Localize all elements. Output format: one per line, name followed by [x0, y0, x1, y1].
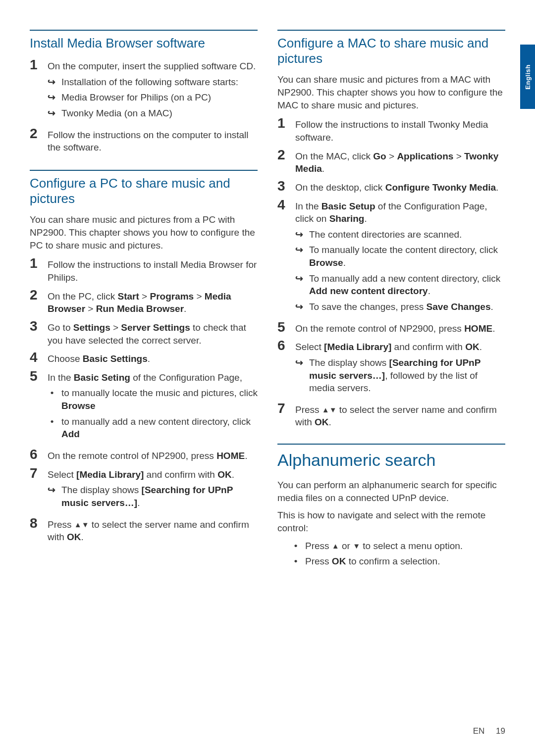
step: 1Follow the instructions to install Twon… — [277, 116, 505, 144]
bullet-list: •Press ▲ or ▼ to select a menu option. •… — [277, 540, 505, 568]
step-number: 3 — [30, 319, 41, 347]
step-body: Choose Basic Settings. — [48, 351, 258, 365]
step-body: Follow the instructions to install Media… — [48, 256, 258, 284]
step-body: In the Basic Seting of the Configuration… — [48, 369, 258, 444]
step-number: 7 — [30, 466, 41, 512]
step: 2On the PC, click Start > Programs > Med… — [30, 288, 258, 315]
down-icon: ▼ — [353, 542, 360, 550]
sub-text: to manually add a new content directory,… — [61, 415, 258, 441]
pc-steps: 1Follow the instructions to install Medi… — [30, 256, 258, 544]
step-number: 1 — [30, 58, 41, 123]
sub-text: The content directories are scanned. — [309, 228, 462, 241]
result-arrow-icon: ↪ — [295, 244, 304, 269]
bullet-icon: • — [48, 387, 56, 412]
result-arrow-icon: ↪ — [48, 484, 56, 509]
section-title-install: Install Media Browser software — [30, 36, 258, 51]
step-number: 4 — [30, 351, 41, 365]
bullet-item: •Press ▲ or ▼ to select a menu option. — [277, 540, 505, 553]
up-icon: ▲ — [332, 542, 339, 550]
step-body: Press ▲▼ to select the server name and c… — [48, 516, 258, 544]
result-arrow-icon: ↪ — [295, 228, 304, 241]
step-number: 1 — [30, 256, 41, 284]
sub-item: ↪The content directories are scanned. — [295, 228, 505, 241]
step-body: Go to Settings > Server Settings to chec… — [48, 319, 258, 347]
step-number: 2 — [277, 148, 288, 175]
step: 1 On the computer, insert the supplied s… — [30, 58, 258, 123]
sub-text: To manually add a new content directory,… — [309, 272, 505, 298]
section-title-pc: Configure a PC to share music and pictur… — [30, 176, 258, 206]
step: 6On the remote control of NP2900, press … — [30, 448, 258, 462]
step: 3Go to Settings > Server Settings to che… — [30, 319, 258, 347]
sub-list: ↪The content directories are scanned. ↪T… — [295, 228, 505, 313]
step-number: 6 — [30, 448, 41, 462]
sub-list: ↪The display shows [Searching for UPnP m… — [48, 484, 258, 509]
step-number: 2 — [30, 288, 41, 315]
step: 7Press ▲▼ to select the server name and … — [277, 402, 505, 429]
step-number: 4 — [277, 198, 288, 316]
step-text: Follow the instructions to install Media… — [48, 259, 257, 283]
sub-item: ↪Media Browser for Philips (on a PC) — [48, 91, 258, 104]
step-body: In the Basic Setup of the Configuration … — [295, 198, 505, 316]
section-intro: You can share music and pictures from a … — [30, 213, 258, 252]
step: 5On the remote control of NP2900, press … — [277, 320, 505, 335]
page-content: Install Media Browser software 1 On the … — [0, 0, 535, 591]
sub-text: Media Browser for Philips (on a PC) — [61, 91, 211, 104]
bullet-icon: • — [48, 415, 56, 441]
step-number: 3 — [277, 179, 288, 194]
footer-lang: EN — [473, 726, 485, 736]
sub-item: ↪To save the changes, press Save Changes… — [295, 301, 505, 313]
section-title-mac: Configure a MAC to share music and pictu… — [277, 36, 505, 66]
sub-item: ↪To manually add a new content directory… — [295, 272, 505, 298]
language-tab-label: English — [524, 64, 532, 89]
bullet-item: •Press OK to confirm a selection. — [277, 555, 505, 568]
step-number: 2 — [30, 127, 41, 154]
step-body: On the desktop, click Configure Twonky M… — [295, 179, 505, 194]
bullet-text: Press ▲ or ▼ to select a menu option. — [305, 540, 463, 553]
step-text: On the computer, insert the supplied sof… — [48, 61, 256, 71]
sub-list: ↪Installation of the following software … — [48, 76, 258, 120]
step: 8Press ▲▼ to select the server name and … — [30, 516, 258, 544]
step-body: On the MAC, click Go > Applications > Tw… — [295, 148, 505, 175]
step: 7 Select [Media Library] and confirm wit… — [30, 466, 258, 512]
language-tab: English — [520, 45, 535, 109]
left-column: Install Media Browser software 1 On the … — [30, 30, 258, 571]
step-body: Follow the instructions to install Twonk… — [295, 116, 505, 144]
sub-text: to manually locate the music and picture… — [61, 387, 258, 412]
step: 2 Follow the instructions on the compute… — [30, 127, 258, 154]
sub-text: To save the changes, press Save Changes. — [309, 301, 493, 313]
sub-item: ↪To manually locate the content director… — [295, 244, 505, 269]
step: 2On the MAC, click Go > Applications > T… — [277, 148, 505, 175]
sub-item: •to manually add a new content directory… — [48, 415, 258, 441]
step-body: Select [Media Library] and confirm with … — [295, 339, 505, 398]
bullet-text: Press OK to confirm a selection. — [305, 555, 440, 568]
step-body: On the remote control of NP2900, press H… — [48, 448, 258, 462]
step-number: 1 — [277, 116, 288, 144]
section-intro: You can share music and pictures from a … — [277, 73, 505, 111]
section-rule — [30, 170, 258, 171]
step: 3On the desktop, click Configure Twonky … — [277, 179, 505, 194]
bullet-icon: • — [291, 540, 300, 553]
sub-item: ↪Installation of the following software … — [48, 76, 258, 89]
page-footer: EN 19 — [473, 726, 505, 736]
step-number: 5 — [30, 369, 41, 444]
sub-list: •to manually locate the music and pictur… — [48, 387, 258, 441]
sub-text: The display shows [Searching for UPnP mu… — [309, 356, 505, 395]
section-rule — [30, 30, 258, 31]
up-down-icon: ▲▼ — [74, 520, 89, 529]
sub-item: ↪Twonky Media (on a MAC) — [48, 107, 258, 120]
sub-item: ↪The display shows [Searching for UPnP m… — [48, 484, 258, 509]
sub-item: •to manually locate the music and pictur… — [48, 387, 258, 412]
step-number: 6 — [277, 339, 288, 398]
step-body: On the computer, insert the supplied sof… — [48, 58, 258, 123]
mac-steps: 1Follow the instructions to install Twon… — [277, 116, 505, 429]
sub-text: Twonky Media (on a MAC) — [61, 107, 172, 120]
sub-text: The display shows [Searching for UPnP mu… — [61, 484, 258, 509]
step-body: Select [Media Library] and confirm with … — [48, 466, 258, 512]
install-steps: 1 On the computer, insert the supplied s… — [30, 58, 258, 154]
step: 1Follow the instructions to install Medi… — [30, 256, 258, 284]
result-arrow-icon: ↪ — [48, 76, 56, 89]
footer-page-number: 19 — [496, 726, 505, 736]
result-arrow-icon: ↪ — [295, 301, 304, 313]
sub-text: Installation of the following software s… — [61, 76, 238, 89]
result-arrow-icon: ↪ — [48, 91, 56, 104]
